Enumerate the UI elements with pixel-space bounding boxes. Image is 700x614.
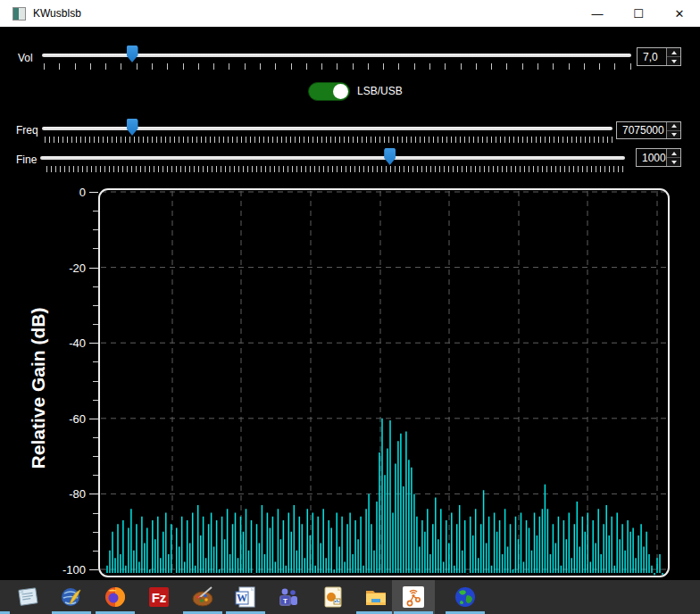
svg-text:W: W [237, 592, 247, 604]
taskbar-item-browser[interactable] [50, 580, 93, 614]
freq-slider-ticks [45, 137, 613, 143]
globe-feather-browser-icon [59, 585, 84, 610]
fine-label: Fine [16, 154, 37, 166]
taskbar-item-word[interactable]: W [224, 580, 267, 614]
y-tick-label: -60 [32, 411, 86, 425]
fine-spin-down-button[interactable] [667, 158, 680, 166]
taskbar-item-firefox[interactable] [94, 580, 137, 614]
fine-spin-up-button[interactable] [667, 149, 680, 158]
y-tick-major [89, 343, 98, 344]
y-tick-major [89, 419, 98, 419]
taskbar-item-file-explorer[interactable] [354, 580, 397, 614]
freq-label: Freq [16, 124, 38, 137]
down-arrow-icon [671, 133, 677, 137]
y-tick-label: -20 [32, 261, 86, 274]
y-axis: 0-20-40-60-80-100 [0, 188, 98, 577]
taskbar: Fz W [0, 580, 700, 614]
y-tick-label: -80 [32, 487, 86, 501]
kwusblsb-app-icon [401, 585, 426, 610]
maximize-button[interactable]: ☐ [618, 0, 659, 27]
window-title: KWusblsb [33, 7, 81, 20]
vol-slider-handle[interactable] [127, 46, 138, 62]
freq-value[interactable]: 7075000 [617, 122, 666, 138]
taskbar-item-notepad[interactable] [7, 580, 50, 614]
taskbar-item-paint[interactable] [181, 580, 224, 614]
down-arrow-icon [671, 60, 677, 63]
svg-text:T: T [283, 597, 288, 605]
close-icon: ✕ [675, 8, 685, 20]
vol-spinbox[interactable]: 7,0 [637, 47, 681, 66]
app-window-icon [12, 7, 26, 21]
vol-spin-down-button[interactable] [667, 57, 680, 65]
fine-slider-track[interactable] [40, 156, 625, 160]
teams-icon: T [276, 585, 301, 610]
title-bar: KWusblsb — ☐ ✕ [0, 0, 700, 27]
word-icon: W [233, 585, 258, 610]
earth-globe-icon [453, 585, 478, 610]
y-tick-label: 0 [32, 186, 86, 199]
up-arrow-icon [671, 124, 677, 128]
down-arrow-icon [671, 161, 677, 164]
fine-slider-ticks [46, 166, 625, 172]
lsb-usb-label: LSB/USB [357, 85, 403, 97]
y-tick-major [89, 192, 98, 193]
firefox-icon [103, 585, 128, 610]
spectrum-trace [100, 190, 668, 576]
fine-slider-handle[interactable] [384, 148, 396, 165]
freq-spin-down-button[interactable] [667, 131, 680, 139]
notepad-icon [16, 585, 41, 610]
impress-icon [321, 585, 346, 610]
minimize-icon: — [592, 8, 604, 20]
y-tick-label: -100 [32, 563, 86, 577]
y-tick-label: -40 [32, 336, 86, 350]
taskbar-item-teams[interactable]: T [267, 580, 310, 614]
taskbar-item-filezilla[interactable]: Fz [138, 580, 180, 614]
y-tick-major [89, 268, 98, 269]
toggle-knob [333, 84, 348, 99]
up-arrow-icon [671, 51, 677, 54]
fine-spinbox[interactable]: 1000 [636, 148, 681, 167]
vol-slider-ticks [44, 63, 631, 70]
vol-value[interactable]: 7,0 [638, 48, 666, 65]
maximize-icon: ☐ [633, 8, 644, 20]
fine-value[interactable]: 1000 [637, 149, 666, 166]
freq-spin-up-button[interactable] [667, 122, 680, 131]
close-button[interactable]: ✕ [659, 0, 700, 27]
filezilla-icon: Fz [146, 585, 171, 610]
y-tick-major [89, 494, 98, 494]
vol-label: Vol [18, 52, 33, 64]
spectrum-plot [98, 188, 670, 577]
paint-palette-icon [190, 585, 215, 610]
taskbar-item-kwusblsb[interactable] [392, 580, 435, 614]
freq-slider-handle[interactable] [127, 119, 138, 136]
taskbar-item-impress[interactable] [312, 580, 354, 614]
lsb-usb-toggle[interactable] [308, 82, 350, 101]
up-arrow-icon [671, 152, 677, 155]
vol-spin-up-button[interactable] [667, 48, 680, 57]
file-explorer-icon [363, 585, 388, 610]
svg-text:Fz: Fz [152, 590, 167, 605]
freq-spinbox[interactable]: 7075000 [616, 121, 681, 139]
minimize-button[interactable]: — [577, 0, 618, 27]
y-tick-major [89, 569, 98, 570]
taskbar-item-internet-globe[interactable] [444, 580, 487, 614]
app-window: KWusblsb — ☐ ✕ Vol 7,0 LSB/USB Freq 7075… [0, 0, 700, 614]
